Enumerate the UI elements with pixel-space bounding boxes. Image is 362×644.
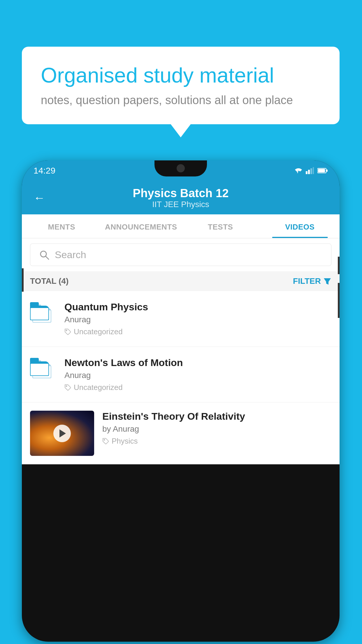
total-count: TOTAL (4) — [30, 276, 68, 286]
status-icons — [293, 167, 328, 174]
search-placeholder: Search — [55, 249, 86, 260]
video-tag-1: Uncategorized — [64, 327, 331, 336]
search-icon — [39, 250, 50, 260]
video-tag-2: Uncategorized — [64, 383, 331, 392]
signal-icon — [306, 167, 314, 174]
volume-button — [22, 268, 24, 292]
back-button[interactable]: ← — [34, 191, 45, 204]
video-info-3: Einstein's Theory Of Relativity by Anura… — [102, 411, 331, 446]
header-text: Physics Batch 12 IIT JEE Physics — [51, 187, 310, 209]
app-header: ← Physics Batch 12 IIT JEE Physics — [22, 181, 340, 214]
tag-icon-3 — [102, 438, 109, 445]
play-button-3[interactable] — [53, 425, 71, 442]
video-title-3: Einstein's Theory Of Relativity — [102, 411, 331, 422]
video-info-1: Quantum Physics Anurag Uncategorized — [64, 301, 331, 336]
svg-rect-2 — [310, 168, 312, 174]
svg-rect-1 — [308, 170, 310, 174]
svg-point-10 — [66, 330, 67, 331]
video-info-2: Newton's Laws of Motion Anurag Uncategor… — [64, 357, 331, 392]
tag-icon-1 — [64, 328, 71, 335]
folder-icon-1 — [30, 304, 56, 333]
search-bar[interactable]: Search — [30, 244, 331, 266]
svg-point-12 — [104, 439, 105, 440]
tag-icon-2 — [64, 384, 71, 391]
tab-announcements[interactable]: ANNOUNCEMENTS — [101, 214, 181, 238]
filter-label: FILTER — [293, 276, 321, 286]
video-title-2: Newton's Laws of Motion — [64, 357, 331, 368]
filter-bar: TOTAL (4) FILTER — [22, 271, 340, 291]
svg-marker-9 — [324, 278, 331, 285]
power-button-mid — [338, 283, 340, 318]
filter-button[interactable]: FILTER — [293, 276, 331, 286]
status-time: 14:29 — [34, 166, 55, 176]
camera — [177, 164, 185, 172]
video-thumbnail-3 — [30, 411, 94, 456]
svg-rect-5 — [318, 169, 325, 172]
header-subtitle: IIT JEE Physics — [51, 200, 310, 209]
video-item-2[interactable]: Newton's Laws of Motion Anurag Uncategor… — [22, 347, 340, 402]
svg-rect-6 — [326, 169, 328, 172]
tabs-bar: MENTS ANNOUNCEMENTS TESTS VIDEOS — [22, 214, 340, 238]
video-author-2: Anurag — [64, 371, 331, 380]
status-bar: 14:29 — [22, 160, 340, 181]
video-author-3: by Anurag — [102, 424, 331, 434]
phone-frame: 14:29 ← Physi — [22, 160, 340, 642]
tab-tests[interactable]: TESTS — [181, 214, 260, 238]
video-author-1: Anurag — [64, 315, 331, 324]
video-item-3[interactable]: Einstein's Theory Of Relativity by Anura… — [22, 402, 340, 464]
tab-ments[interactable]: MENTS — [22, 214, 101, 238]
svg-rect-0 — [306, 171, 307, 174]
video-item-1[interactable]: Quantum Physics Anurag Uncategorized — [22, 291, 340, 347]
play-triangle-icon — [59, 429, 66, 438]
wifi-icon — [293, 167, 302, 174]
svg-rect-3 — [313, 167, 314, 174]
svg-point-11 — [66, 386, 67, 386]
header-title: Physics Batch 12 — [51, 187, 310, 200]
bubble-title: Organised study material — [41, 63, 321, 88]
video-tag-3: Physics — [102, 437, 331, 446]
tab-videos[interactable]: VIDEOS — [260, 214, 340, 238]
svg-line-8 — [46, 256, 49, 259]
battery-icon — [317, 168, 328, 174]
power-button-top — [338, 257, 340, 274]
speech-bubble: Organised study material notes, question… — [22, 47, 340, 124]
video-title-1: Quantum Physics — [64, 301, 331, 313]
search-container: Search — [22, 238, 340, 271]
folder-icon-2 — [30, 360, 56, 389]
filter-funnel-icon — [323, 277, 331, 285]
bubble-subtitle: notes, question papers, solutions all at… — [41, 94, 321, 107]
notch — [154, 160, 207, 176]
